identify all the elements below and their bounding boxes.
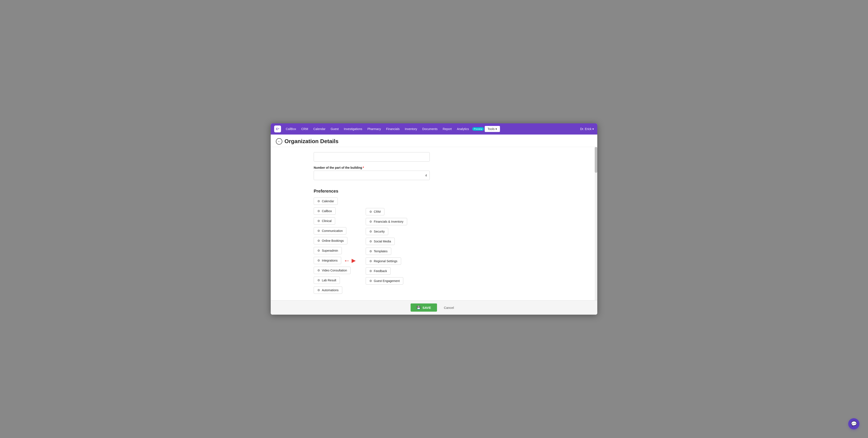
top-input-box[interactable] <box>314 152 430 162</box>
top-navigation: Cⁿ CallBox CRM Calendar Guest Investigat… <box>271 123 597 135</box>
gear-icon: ⚙ <box>317 249 320 252</box>
gear-icon: ⚙ <box>369 279 372 283</box>
gear-icon: ⚙ <box>317 279 320 282</box>
nav-calendar[interactable]: Calendar <box>311 126 328 132</box>
form-section: Number of the part of the building* 4 <box>271 152 597 189</box>
pref-clinical-button[interactable]: ⚙ Clinical <box>314 217 335 225</box>
gear-icon: ⚙ <box>317 269 320 272</box>
user-menu[interactable]: Dr. Erick ▾ <box>580 127 594 131</box>
nav-analytics[interactable]: Analytics <box>455 126 471 132</box>
pref-communication-label: Communication <box>322 229 343 233</box>
gear-icon: ⚙ <box>369 250 372 253</box>
gear-icon: ⚙ <box>317 239 320 242</box>
nav-report[interactable]: Report <box>440 126 454 132</box>
pref-lab-result-button[interactable]: ⚙ Lab Result <box>314 276 340 284</box>
footer: 💾 SAVE Cancel <box>271 300 597 315</box>
gear-icon: ⚙ <box>317 219 320 223</box>
gear-icon: ⚙ <box>369 230 372 233</box>
integrations-row: ⚙ Integrations ←► <box>314 257 357 264</box>
nav-crm[interactable]: CRM <box>299 126 310 132</box>
scrollbar-thumb[interactable] <box>595 147 597 173</box>
user-name: Dr. Erick <box>580 127 591 131</box>
user-chevron-icon: ▾ <box>592 127 594 131</box>
pref-feedback-button[interactable]: ⚙ Feedback <box>366 267 391 275</box>
back-button[interactable]: ← <box>276 138 282 145</box>
pref-lab-result-label: Lab Result <box>322 279 336 282</box>
pref-online-bookings-button[interactable]: ⚙ Online Bookings <box>314 237 347 244</box>
pref-calendar-button[interactable]: ⚙ Calendar <box>314 198 338 205</box>
pref-security-button[interactable]: ⚙ Security <box>366 228 389 235</box>
pref-video-consultation-button[interactable]: ⚙ Video Consultation <box>314 267 351 274</box>
preferences-title: Preferences <box>314 189 554 194</box>
pref-social-media-button[interactable]: ⚙ Social Media <box>366 238 395 245</box>
pref-templates-button[interactable]: ⚙ Templates <box>366 247 391 255</box>
pref-callbox-button[interactable]: ⚙ Callbox <box>314 207 336 215</box>
save-label: SAVE <box>423 306 431 310</box>
pref-social-media-label: Social Media <box>374 240 391 243</box>
gear-icon: ⚙ <box>317 199 320 203</box>
pref-video-consultation-label: Video Consultation <box>322 269 347 272</box>
cancel-button[interactable]: Cancel <box>440 304 458 312</box>
gear-icon: ⚙ <box>317 209 320 213</box>
save-icon: 💾 <box>416 305 421 310</box>
nav-guest[interactable]: Guest <box>329 126 341 132</box>
gear-icon: ⚙ <box>369 210 372 213</box>
nav-pharmacy[interactable]: Pharmacy <box>365 126 383 132</box>
app-logo: Cⁿ <box>274 125 281 133</box>
nav-financials[interactable]: Financials <box>384 126 402 132</box>
pref-guest-engagement-label: Guest Engagement <box>374 279 400 283</box>
page-header: ← Organization Details <box>271 135 597 147</box>
pref-online-bookings-label: Online Bookings <box>322 239 344 242</box>
pref-clinical-label: Clinical <box>322 219 332 223</box>
nav-callbox[interactable]: CallBox <box>284 126 298 132</box>
pref-security-label: Security <box>374 230 385 233</box>
nav-investigations[interactable]: Investigations <box>342 126 364 132</box>
pref-regional-settings-button[interactable]: ⚙ Regional Settings <box>366 258 401 265</box>
nav-documents[interactable]: Documents <box>420 126 440 132</box>
pref-guest-engagement-button[interactable]: ⚙ Guest Engagement <box>366 277 403 285</box>
tools-label: Tools <box>488 127 495 131</box>
pref-regional-settings-label: Regional Settings <box>374 259 398 263</box>
pref-integrations-label: Integrations <box>322 259 338 262</box>
building-value: 4 <box>425 174 427 177</box>
preferences-section: Preferences ⚙ Calendar ⚙ Callbox ⚙ Clini… <box>271 189 597 300</box>
tools-menu[interactable]: Tools ▾ <box>485 126 500 132</box>
chat-fab-button[interactable]: 💬 <box>848 418 859 430</box>
preferences-right-column: ⚙ CRM ⚙ Financials & Inventory ⚙ Securit… <box>366 198 407 294</box>
gear-icon: ⚙ <box>369 269 372 273</box>
gear-icon: ⚙ <box>369 220 372 223</box>
preferences-grid: ⚙ Calendar ⚙ Callbox ⚙ Clinical ⚙ Commun… <box>314 198 464 294</box>
pref-integrations-button[interactable]: ⚙ Integrations <box>314 257 341 264</box>
pref-calendar-label: Calendar <box>322 199 334 203</box>
pref-feedback-label: Feedback <box>374 269 387 273</box>
gear-icon: ⚙ <box>369 240 372 243</box>
gear-icon: ⚙ <box>369 259 372 263</box>
building-number-field: Number of the part of the building* 4 <box>314 166 554 180</box>
pref-callbox-label: Callbox <box>322 209 332 213</box>
pref-superadmin-button[interactable]: ⚙ Superadmin <box>314 247 342 254</box>
preview-badge: Preview <box>472 127 484 131</box>
pref-automations-label: Automations <box>322 288 339 292</box>
pref-communication-button[interactable]: ⚙ Communication <box>314 227 346 234</box>
pref-financials-inventory-button[interactable]: ⚙ Financials & Inventory <box>366 218 407 225</box>
pref-automations-button[interactable]: ⚙ Automations <box>314 287 342 294</box>
pref-financials-inventory-label: Financials & Inventory <box>374 220 403 223</box>
top-input-row <box>314 152 554 162</box>
pref-crm-label: CRM <box>374 210 381 213</box>
building-input[interactable]: 4 <box>314 171 430 180</box>
page-title: Organization Details <box>284 138 338 145</box>
chat-icon: 💬 <box>851 421 857 427</box>
main-content: Number of the part of the building* 4 Pr… <box>271 147 597 300</box>
red-arrow-annotation: ←► <box>343 257 357 264</box>
scrollbar-track[interactable] <box>595 147 597 300</box>
building-label: Number of the part of the building* <box>314 166 554 169</box>
pref-crm-button[interactable]: ⚙ CRM <box>366 208 384 215</box>
pref-superadmin-label: Superadmin <box>322 249 338 252</box>
gear-icon: ⚙ <box>317 229 320 233</box>
pref-templates-label: Templates <box>374 250 388 253</box>
nav-inventory[interactable]: Inventory <box>403 126 420 132</box>
tools-chevron-icon: ▾ <box>495 127 497 131</box>
save-button[interactable]: 💾 SAVE <box>410 303 437 312</box>
gear-icon: ⚙ <box>317 259 320 262</box>
gear-icon: ⚙ <box>317 288 320 292</box>
